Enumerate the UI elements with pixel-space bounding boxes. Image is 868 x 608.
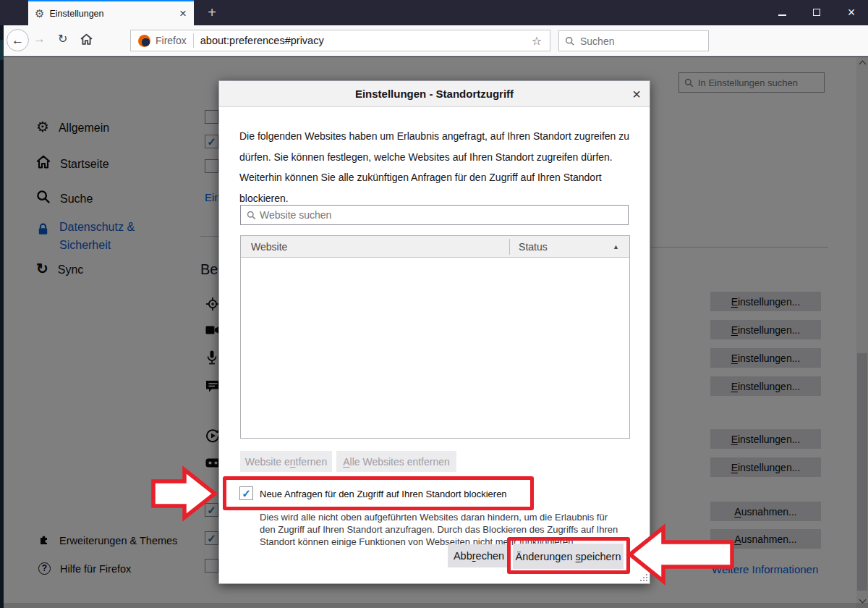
url-bar[interactable]: Firefox about:preferences#privacy ☆ [130,30,550,51]
urlbar-divider [193,33,194,48]
dialog-intro-text: Die folgenden Websites haben um Erlaubni… [239,126,655,208]
sort-ascending-icon[interactable]: ▲ [613,243,619,250]
back-button[interactable]: ← [7,29,29,51]
column-website[interactable]: Website [251,241,509,253]
annotation-arrow-right [148,463,221,524]
website-search-input[interactable] [260,209,628,221]
window-minimize-button[interactable] [778,14,786,16]
window-maximize-button[interactable] [813,9,820,16]
reload-button[interactable]: ↻ [58,32,67,46]
url-text[interactable]: about:preferences#privacy [200,35,532,46]
remove-website-button[interactable]: Website entfernen [240,451,332,472]
tab-einstellungen[interactable]: ⚙ Einstellungen × [28,0,194,25]
search-icon [565,36,575,46]
tab-title: Einstellungen [49,9,179,19]
search-icon [247,211,256,220]
standortzugriff-dialog: Einstellungen - Standortzugriff × Die fo… [218,80,650,584]
annotation-box-save-button [507,537,630,574]
new-tab-button[interactable]: + [203,3,221,22]
gear-icon: ⚙ [35,8,44,19]
toolbar-search[interactable]: Suchen [558,30,709,51]
website-search-box[interactable] [240,205,629,225]
window-bottom-edge [4,603,868,608]
bookmark-star-icon[interactable]: ☆ [532,34,542,48]
identity-label: Firefox [156,35,187,46]
annotation-box-checkbox [223,476,534,510]
forward-button[interactable]: → [33,32,46,46]
home-button[interactable] [80,33,93,48]
browser-titlebar: ⚙ Einstellungen × + × [0,0,868,25]
column-divider [509,239,510,255]
dialog-close-icon[interactable]: × [632,85,641,104]
window-close-button[interactable]: × [843,4,859,21]
toolbar-search-placeholder: Suchen [580,35,614,47]
dialog-title: Einstellungen - Standortzugriff [355,88,514,100]
website-table-header[interactable]: Website Status ▲ [241,236,629,258]
cancel-button[interactable]: Abbrechen [448,544,510,567]
remove-all-websites-button[interactable]: Alle Websites entfernen [336,451,456,472]
website-table: Website Status ▲ [240,235,630,439]
tab-close-icon[interactable]: × [179,7,187,20]
firefox-logo-icon [138,35,150,47]
annotation-arrow-left [625,522,735,587]
column-status[interactable]: Status [519,241,613,253]
dialog-titlebar[interactable]: Einstellungen - Standortzugriff × [219,81,650,107]
navigation-toolbar: ← → ↻ Firefox about:preferences#privacy … [4,25,868,56]
